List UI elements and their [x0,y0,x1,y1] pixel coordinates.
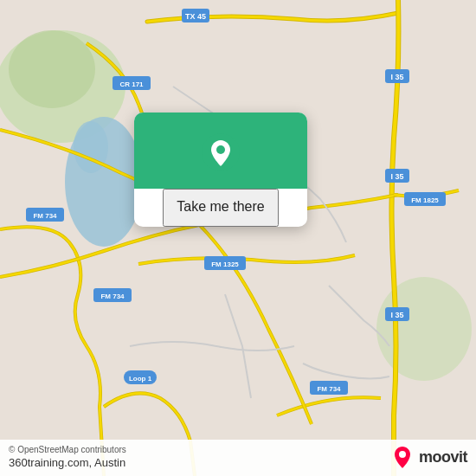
svg-point-30 [399,451,406,458]
svg-text:FM 1825: FM 1825 [411,196,439,204]
moovit-logo: moovit [390,445,467,469]
svg-text:I 35: I 35 [390,311,403,319]
take-me-there-button[interactable]: Take me there [163,189,278,227]
location-pin-icon [200,132,241,173]
svg-text:Loop 1: Loop 1 [129,375,152,383]
map-container: TX 45 I 35 I 35 I 35 FM 1825 CR 171 FM 1… [0,0,476,476]
svg-point-5 [376,277,472,381]
popup-green-header [134,113,307,189]
svg-point-29 [216,145,225,154]
svg-text:I 35: I 35 [390,73,403,81]
location-popup: Take me there [134,113,307,227]
svg-point-2 [9,30,95,108]
svg-text:TX 45: TX 45 [185,12,206,21]
svg-text:FM 734: FM 734 [33,212,57,220]
moovit-brand-text: moovit [419,448,467,466]
svg-text:CR 171: CR 171 [119,80,144,88]
svg-text:FM 1325: FM 1325 [211,261,239,268]
svg-text:FM 734: FM 734 [100,293,125,300]
moovit-pin-icon [390,445,415,469]
svg-text:FM 734: FM 734 [317,385,341,393]
svg-text:I 35: I 35 [390,172,403,181]
